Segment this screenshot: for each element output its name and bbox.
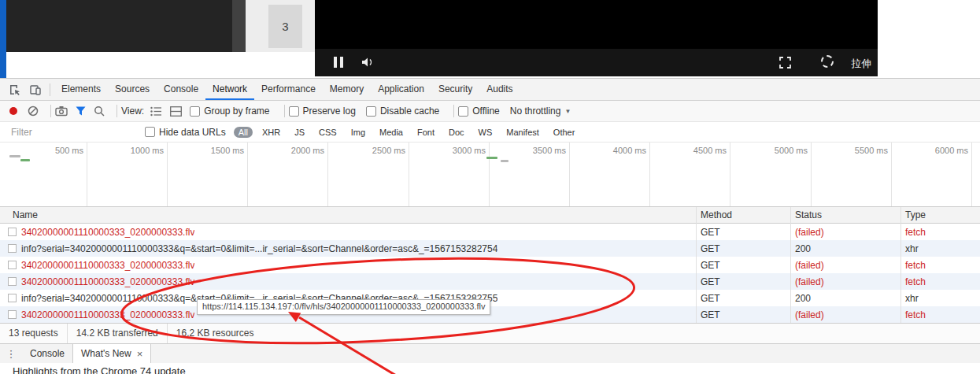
- whats-new-panel: Highlights from the Chrome 74 update: [0, 363, 980, 374]
- timeline-tick: 2500 ms: [353, 146, 405, 155]
- filter-pill-img[interactable]: Img: [346, 127, 370, 138]
- group-by-frame-checkbox[interactable]: [190, 106, 200, 117]
- tab-audits[interactable]: Audits: [479, 79, 520, 100]
- network-toolbar: View: Group by frame Preserve log: [0, 101, 980, 122]
- request-method: GET: [701, 260, 720, 271]
- divider: [453, 105, 454, 117]
- waterfall-mark: [501, 160, 508, 162]
- devtools-tabbar: Elements Sources Console Network Perform…: [0, 79, 980, 101]
- drawer-tab-console[interactable]: Console: [22, 344, 72, 363]
- volume-icon[interactable]: [361, 56, 375, 72]
- file-icon: [8, 244, 17, 253]
- filter-pill-other[interactable]: Other: [549, 127, 580, 138]
- network-overview-timeline: 500 ms 1000 ms 1500 ms 2000 ms 2500 ms 3…: [0, 143, 980, 207]
- request-method: GET: [701, 227, 720, 238]
- pause-button[interactable]: [334, 57, 343, 68]
- window-edge-strip: [0, 0, 6, 78]
- timeline-tick: 3500 ms: [514, 146, 566, 155]
- column-separator[interactable]: [900, 207, 901, 323]
- request-type: xhr: [905, 293, 919, 304]
- request-name: 34020000001110000333_0200000333.flv: [21, 260, 194, 271]
- filter-pill-ws[interactable]: WS: [474, 127, 497, 138]
- aperture-icon[interactable]: [821, 55, 834, 68]
- tab-sources[interactable]: Sources: [108, 79, 157, 100]
- request-status: 200: [795, 293, 811, 304]
- table-row[interactable]: info?serial=34020000001110000333&q=&star…: [0, 240, 980, 257]
- group-by-frame-label: Group by frame: [204, 106, 269, 117]
- column-separator[interactable]: [696, 207, 697, 323]
- table-row[interactable]: 34020000001110000333_0200000333.flv GET …: [0, 224, 980, 240]
- stretch-button[interactable]: 拉伸: [851, 57, 871, 71]
- request-type: fetch: [905, 276, 926, 287]
- request-method: GET: [701, 293, 720, 304]
- filter-funnel-icon[interactable]: [76, 106, 86, 116]
- column-header-method[interactable]: Method: [696, 209, 790, 220]
- tab-security[interactable]: Security: [431, 79, 479, 100]
- waterfall-mark: [486, 157, 497, 159]
- divider: [50, 83, 50, 96]
- waterfall-mark: [20, 159, 30, 161]
- waterfall-mark: [9, 155, 20, 157]
- divider: [116, 105, 117, 117]
- file-icon: [8, 310, 17, 319]
- table-row[interactable]: 34020000001110000333_0200000333.flv GET …: [0, 257, 980, 273]
- whats-new-heading: Highlights from the Chrome 74 update: [13, 365, 186, 374]
- timeline-tick: 2000 ms: [272, 146, 324, 155]
- column-header-name[interactable]: Name: [0, 209, 696, 220]
- tab-memory[interactable]: Memory: [323, 79, 371, 100]
- kebab-menu-icon[interactable]: ⋮: [0, 344, 22, 363]
- preserve-log-checkbox[interactable]: [289, 106, 299, 117]
- table-row[interactable]: 34020000001110000333_0200000333.flv GET …: [0, 273, 980, 290]
- request-status: (failed): [795, 309, 824, 320]
- view-overview-icon[interactable]: [170, 106, 182, 117]
- filter-pill-css[interactable]: CSS: [314, 127, 342, 138]
- panel-divider-strip: [232, 0, 246, 52]
- tab-console[interactable]: Console: [157, 79, 205, 100]
- filter-pill-all[interactable]: All: [234, 127, 253, 138]
- column-header-status[interactable]: Status: [790, 209, 900, 220]
- search-icon[interactable]: [94, 106, 105, 117]
- tab-performance[interactable]: Performance: [254, 79, 323, 100]
- screen: 3 拉伸: [0, 0, 980, 374]
- offline-checkbox[interactable]: [458, 106, 468, 117]
- close-icon[interactable]: ×: [137, 348, 143, 360]
- column-header-type[interactable]: Type: [900, 209, 980, 220]
- filter-pill-media[interactable]: Media: [375, 127, 408, 138]
- filter-pill-js[interactable]: JS: [290, 127, 309, 138]
- fullscreen-icon[interactable]: [779, 57, 791, 72]
- device-toolbar-icon[interactable]: [25, 80, 46, 100]
- capture-screenshots-icon[interactable]: [55, 106, 68, 117]
- drawer-tab-whats-new[interactable]: What's New ×: [72, 344, 151, 363]
- request-name: 34020000001110000333_0200000333.flv: [21, 309, 194, 320]
- channel-number: 3: [282, 20, 288, 33]
- request-method: GET: [701, 276, 720, 287]
- filter-pill-font[interactable]: Font: [412, 127, 439, 138]
- drawer-tabbar: ⋮ Console What's New ×: [0, 343, 980, 363]
- filter-pill-doc[interactable]: Doc: [444, 127, 469, 138]
- request-name: 34020000001110000333_0200000333.flv: [21, 276, 194, 287]
- network-filter-input[interactable]: [11, 127, 135, 138]
- column-separator[interactable]: [790, 207, 791, 323]
- network-filter-row: Hide data URLs All XHR JS CSS Img Media …: [0, 122, 980, 143]
- throttling-select[interactable]: No throttling: [510, 106, 561, 117]
- disable-cache-checkbox[interactable]: [366, 106, 376, 117]
- request-method: GET: [701, 309, 720, 320]
- timeline-tick: 1000 ms: [112, 146, 164, 155]
- preserve-log-label: Preserve log: [303, 106, 356, 117]
- timeline-tick: 5500 ms: [836, 146, 888, 155]
- tab-network[interactable]: Network: [205, 79, 254, 100]
- inspect-element-icon[interactable]: [5, 80, 25, 100]
- clear-icon[interactable]: [28, 106, 39, 117]
- request-status: (failed): [795, 227, 824, 238]
- view-small-rows-icon[interactable]: [150, 106, 162, 117]
- side-dark-panel: [6, 0, 232, 52]
- filter-pill-xhr[interactable]: XHR: [257, 127, 285, 138]
- hide-data-urls-checkbox[interactable]: [145, 127, 155, 137]
- record-button[interactable]: [9, 107, 17, 115]
- request-status: (failed): [795, 260, 824, 271]
- tab-application[interactable]: Application: [371, 79, 431, 100]
- channel-number-tile[interactable]: 3: [268, 5, 302, 48]
- tab-elements[interactable]: Elements: [54, 79, 108, 100]
- filter-pill-manifest[interactable]: Manifest: [501, 127, 544, 138]
- file-icon: [8, 294, 17, 302]
